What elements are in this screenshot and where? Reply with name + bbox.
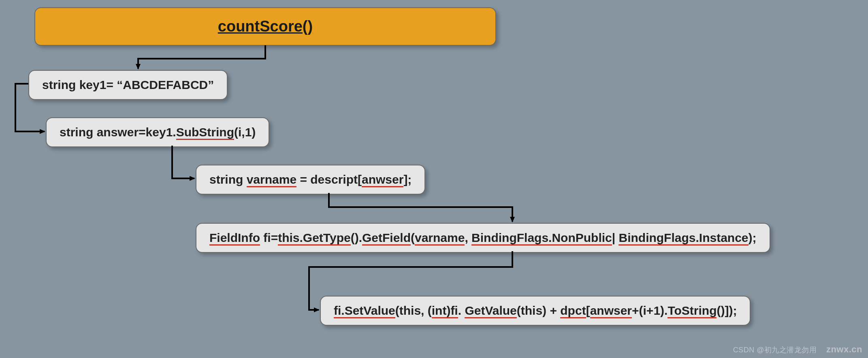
node-text: (i,1) <box>234 125 256 139</box>
node-text-underlined: varname <box>415 231 465 246</box>
node-text: (this, ( <box>395 304 432 317</box>
watermark-text: CSDN @初九之潜龙勿用 <box>733 346 817 354</box>
node-text: ); <box>749 231 757 244</box>
node-text-underlined: int)fi <box>432 304 458 318</box>
flow-node-setvalue: fi.SetValue(this, (int)fi. GetValue(this… <box>320 296 751 326</box>
node-text-underlined: anwser <box>362 173 403 187</box>
node-text-underlined: BindingFlags.NonPublic <box>471 231 612 246</box>
node-text: “ABCDEFABCD” <box>117 78 214 91</box>
node-text: ( <box>411 231 415 244</box>
node-text-underlined: FieldInfo <box>209 231 260 246</box>
node-text-underlined: anwser <box>590 304 632 318</box>
node-text-underlined: dpct <box>560 304 586 318</box>
node-text: = descript[ <box>296 173 362 186</box>
watermark-text: znwx.cn <box>826 344 862 354</box>
flow-node-answer: string answer=key1.SubString(i,1) <box>46 117 269 147</box>
node-text-underlined: this.GetType <box>278 231 350 246</box>
node-text-underlined: varname <box>247 173 296 187</box>
node-text-underlined: fi.SetValue <box>334 304 395 318</box>
node-text: | <box>612 231 619 244</box>
node-text-underlined: ToString <box>668 304 717 318</box>
node-text: string key1= <box>42 78 117 91</box>
flow-node-varname: string varname = descript[anwser]; <box>196 165 425 195</box>
node-text: +(i+1). <box>632 304 668 317</box>
node-text: string answer=key1. <box>60 125 176 139</box>
node-text: string <box>209 173 247 186</box>
flow-node-fieldinfo: FieldInfo fi=this.GetType().GetField(var… <box>196 223 770 253</box>
watermark: CSDN @初九之潜龙勿用 znwx.cn <box>733 344 862 355</box>
node-text-underlined: SubString <box>176 125 234 140</box>
node-text-underlined: GetField <box>362 231 411 246</box>
node-text: [ <box>586 304 590 317</box>
flow-node-key1: string key1= “ABCDEFABCD” <box>28 70 228 100</box>
node-text: (this) + <box>517 304 561 317</box>
node-text-underlined: GetValue <box>465 304 516 318</box>
node-text: fi= <box>260 231 278 244</box>
node-text: , <box>465 231 471 244</box>
node-text-underlined: BindingFlags.Instance <box>618 231 748 246</box>
node-text: ()]); <box>717 304 737 317</box>
node-text: (). <box>351 231 362 244</box>
node-text: ]; <box>403 173 412 186</box>
node-text: . <box>458 304 465 317</box>
flow-start-node: countScore() <box>34 7 496 46</box>
